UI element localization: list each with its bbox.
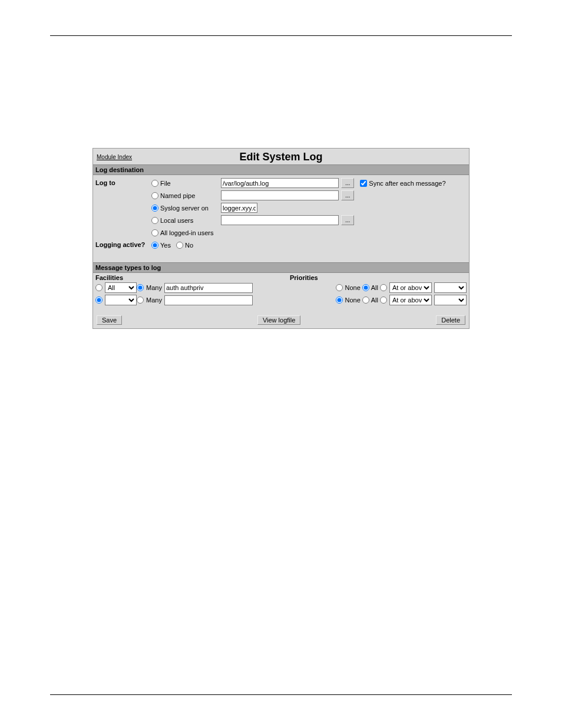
- priority-none-label-1: None: [345, 284, 360, 291]
- sync-checkbox[interactable]: [360, 180, 367, 187]
- log-to-syslog-label: Syslog server on: [160, 205, 209, 212]
- facilities-header: Facilities: [95, 274, 290, 281]
- priority-none-radio-1[interactable]: [336, 284, 343, 291]
- edit-system-log-panel: Module Index Edit System Log Log destina…: [92, 148, 470, 329]
- save-button[interactable]: Save: [97, 315, 122, 325]
- module-index-link[interactable]: Module Index: [97, 154, 132, 160]
- log-destination-header: Log destination: [93, 164, 469, 175]
- local-users-browse-button[interactable]: ...: [341, 215, 354, 225]
- action-row: Save View logfile Delete: [93, 312, 469, 328]
- priority-all-radio-2[interactable]: [362, 297, 369, 304]
- priority-none-label-2: None: [345, 297, 360, 304]
- log-to-all-users-radio[interactable]: [151, 229, 158, 236]
- priority-op-select-1[interactable]: At or above..: [389, 282, 432, 293]
- log-to-named-pipe-radio[interactable]: [151, 192, 158, 199]
- logging-active-yes-radio[interactable]: [151, 242, 158, 249]
- facility-row-2: Many None All At or above..: [95, 295, 467, 305]
- priority-level-radio-1[interactable]: [380, 284, 387, 291]
- priority-all-radio-1[interactable]: [362, 284, 369, 291]
- priority-all-label-2: All: [371, 297, 378, 304]
- priority-level-select-1[interactable]: [434, 282, 467, 293]
- file-path-input[interactable]: [221, 178, 339, 188]
- log-to-named-pipe-label: Named pipe: [160, 192, 195, 199]
- facility-many-input-2[interactable]: [164, 295, 253, 305]
- log-to-syslog-radio[interactable]: [151, 205, 158, 212]
- logging-active-yes-label: Yes: [160, 242, 171, 249]
- page-title: Edit System Log: [132, 151, 430, 163]
- priority-level-radio-2[interactable]: [380, 297, 387, 304]
- file-browse-button[interactable]: ...: [341, 178, 354, 188]
- facility-many-label-1: Many: [146, 284, 162, 291]
- log-destination-body: Log to File ... Sync after each message?: [93, 175, 469, 256]
- facility-select-1[interactable]: All: [105, 282, 137, 293]
- message-types-header: Message types to log: [93, 262, 469, 273]
- log-to-file-radio[interactable]: [151, 180, 158, 187]
- log-to-label: Log to: [95, 177, 151, 186]
- priority-level-select-2[interactable]: [434, 295, 467, 305]
- logging-active-no-radio[interactable]: [176, 242, 183, 249]
- facility-many-input-1[interactable]: [164, 283, 253, 293]
- column-headers: Facilities Priorities: [93, 273, 469, 282]
- log-to-local-users-label: Local users: [160, 217, 193, 224]
- priorities-header: Priorities: [290, 274, 318, 281]
- view-logfile-button[interactable]: View logfile: [257, 315, 300, 325]
- log-to-all-users-label: All logged-in users: [160, 229, 214, 236]
- panel-header: Module Index Edit System Log: [93, 149, 469, 164]
- facility-row-1: All Many None All At or abo: [95, 282, 467, 293]
- delete-button[interactable]: Delete: [436, 315, 465, 325]
- log-to-file-label: File: [160, 180, 171, 187]
- facility-select-radio-1[interactable]: [95, 284, 103, 291]
- sync-label: Sync after each message?: [369, 180, 445, 187]
- logging-active-label: Logging active?: [95, 239, 151, 248]
- local-users-input[interactable]: [221, 215, 339, 225]
- facility-many-radio-2[interactable]: [137, 297, 144, 304]
- facility-many-radio-1[interactable]: [137, 284, 144, 291]
- syslog-server-input[interactable]: [221, 203, 257, 213]
- priority-none-radio-2[interactable]: [336, 297, 343, 304]
- log-to-local-users-radio[interactable]: [151, 217, 158, 224]
- named-pipe-browse-button[interactable]: ...: [341, 190, 354, 200]
- priority-op-select-2[interactable]: At or above..: [389, 295, 432, 305]
- facility-many-label-2: Many: [146, 297, 162, 304]
- priority-all-label-1: All: [371, 284, 378, 291]
- facility-select-radio-2[interactable]: [95, 297, 103, 304]
- named-pipe-input[interactable]: [221, 190, 339, 200]
- logging-active-no-label: No: [185, 242, 193, 249]
- facility-select-2[interactable]: [105, 295, 137, 305]
